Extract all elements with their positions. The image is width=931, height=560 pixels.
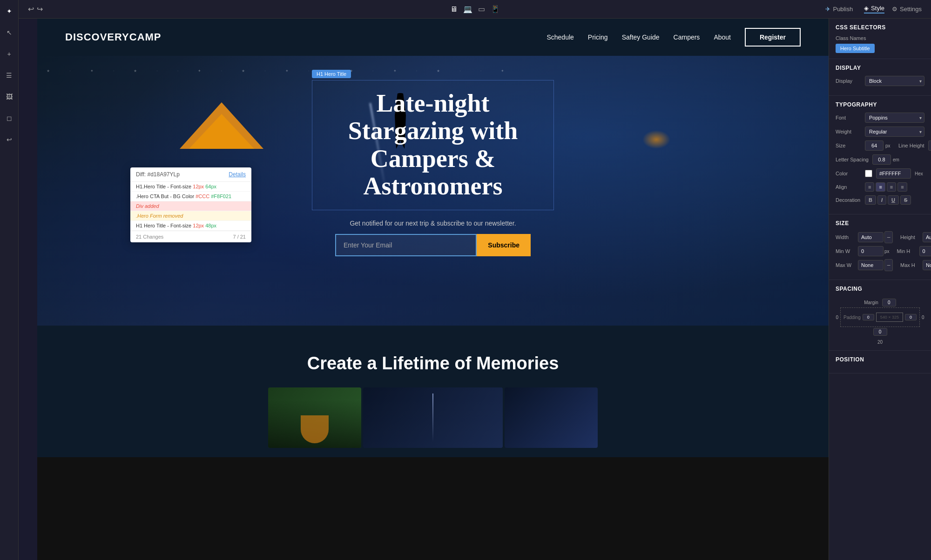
letter-spacing-input[interactable] (872, 154, 891, 165)
diff-new: 64px (205, 184, 216, 189)
letter-spacing-unit: em (893, 157, 899, 162)
diff-changes-count: 21 Changes (136, 234, 163, 240)
undo-redo-group: ↩ ↪ (28, 5, 43, 13)
memories-grid (56, 387, 810, 448)
cursor-tool-icon[interactable]: ↖ (3, 26, 16, 39)
top-bar: ↩ ↪ 🖥 💻 ▭ 📱 ✈ Publish ◈ Style ⚙ Settings (19, 0, 931, 19)
redo-button[interactable]: ↪ (37, 5, 43, 13)
display-select-wrap: Block Flex Grid Inline None (865, 76, 924, 86)
style-label: Style (871, 5, 884, 12)
min-h-input[interactable] (919, 246, 931, 256)
laptop-icon[interactable]: 💻 (463, 5, 472, 13)
size-row: Size px Line Height em (836, 140, 924, 151)
height-label: Height (900, 234, 919, 240)
nav-safety[interactable]: Saftey Guide (622, 33, 660, 41)
diff-old2: #CCC (196, 193, 209, 199)
margin-right-val: 0 (922, 315, 924, 320)
display-row: Display Block Flex Grid Inline None (836, 76, 924, 86)
hero-title: Late-night Stargazing with Campers & Ast… (326, 90, 540, 200)
weight-row: Weight Regular Bold Light Medium (836, 127, 924, 137)
email-input[interactable] (335, 234, 477, 256)
assets-icon[interactable]: 🖼 (3, 90, 16, 103)
typography-title: Typography (836, 101, 924, 108)
align-justify-btn[interactable]: ≡ (897, 182, 907, 192)
diff-old3: 12px (193, 223, 204, 228)
spacing-bottom: 20 (836, 338, 924, 345)
diff-text: H1.Hero Title - Font-size (136, 184, 193, 189)
padding-right-input[interactable] (905, 314, 917, 320)
color-label: Color (836, 171, 861, 176)
publish-icon: ✈ (825, 6, 830, 13)
diff-footer: 21 Changes 7 / 21 (130, 231, 251, 242)
align-label: Align (836, 184, 861, 190)
size-input[interactable] (865, 140, 884, 151)
hex-input[interactable] (876, 168, 911, 179)
max-w-input[interactable] (858, 260, 884, 270)
max-h-input[interactable] (923, 260, 931, 270)
italic-button[interactable]: I (877, 195, 886, 205)
weight-select[interactable]: Regular Bold Light Medium (865, 127, 924, 137)
max-w-input-wrap: – (858, 259, 893, 271)
nav-pricing[interactable]: Pricing (588, 33, 608, 41)
margin-left-val: 0 (836, 315, 838, 320)
components-icon[interactable]: ◻ (3, 112, 16, 125)
padding-input[interactable] (863, 314, 874, 320)
hero-subtitle-tag[interactable]: Hero Subtitle (836, 44, 875, 53)
nav-links: Schedule Pricing Saftey Guide Campers Ab… (546, 28, 801, 47)
height-input-wrap: – (923, 231, 931, 243)
editor-tool-icon[interactable]: ✦ (3, 5, 16, 18)
min-w-row: Min W px Min H px (836, 246, 924, 256)
width-minus[interactable]: – (884, 231, 893, 243)
tablet-icon[interactable]: ▭ (478, 5, 485, 13)
publish-button[interactable]: ✈ Publish (822, 4, 857, 14)
mobile-icon[interactable]: 📱 (491, 5, 500, 13)
publish-label: Publish (833, 6, 853, 13)
height-input[interactable] (923, 232, 931, 242)
diff-text3: H1 Hero Title - Font-size (136, 223, 193, 228)
left-sidebar: ✦ ↖ + ☰ 🖼 ◻ ↩ (0, 0, 19, 560)
line-height-input[interactable] (928, 140, 931, 151)
diff-new3: 48px (205, 223, 216, 228)
bold-button[interactable]: B (865, 195, 876, 205)
register-button[interactable]: Register (745, 28, 801, 47)
nav-about[interactable]: About (714, 33, 731, 41)
min-h-label: Min H (897, 248, 916, 254)
color-swatch[interactable] (865, 170, 872, 177)
font-select-wrap: Poppins Inter Roboto (865, 113, 924, 123)
nav-schedule[interactable]: Schedule (546, 33, 573, 41)
align-center-btn[interactable]: ≡ (876, 182, 885, 192)
strikethrough-button[interactable]: S (900, 195, 911, 205)
add-element-icon[interactable]: + (3, 47, 16, 60)
style-button[interactable]: ◈ Style (864, 5, 884, 13)
hero-subtitle: Get notified for our next trip & subscri… (350, 220, 516, 227)
width-input[interactable] (858, 232, 884, 242)
align-right-btn[interactable]: ≡ (887, 182, 896, 192)
max-w-minus[interactable]: – (884, 259, 893, 271)
align-left-btn[interactable]: ≡ (865, 182, 874, 192)
underline-button[interactable]: U (888, 195, 899, 205)
undo-button[interactable]: ↩ (28, 5, 34, 13)
font-select[interactable]: Poppins Inter Roboto (865, 113, 924, 123)
nav-campers[interactable]: Campers (674, 33, 700, 41)
css-selectors-section: CSS Selectors Class Names Hero Subtitle (829, 19, 931, 59)
color-row: Color Hex (836, 168, 924, 179)
display-section: Display Display Block Flex Grid Inline N… (829, 59, 931, 96)
settings-button[interactable]: ⚙ Settings (892, 6, 922, 13)
site-nav: DiscoveryCamp Schedule Pricing Saftey Gu… (37, 19, 829, 56)
min-w-input[interactable] (858, 246, 884, 256)
size-section: Size Width – Height – Min W px Min H px (829, 214, 931, 280)
layers-icon[interactable]: ☰ (3, 69, 16, 82)
display-select[interactable]: Block Flex Grid Inline None (865, 76, 924, 86)
subscribe-button[interactable]: Subscribe (477, 234, 531, 256)
diff-details-link[interactable]: Details (229, 171, 246, 178)
hero-title-box: Late-night Stargazing with Campers & Ast… (312, 80, 554, 210)
history-icon[interactable]: ↩ (3, 133, 16, 146)
margin-input[interactable] (882, 299, 896, 307)
diff-header: Diff: #d18A97YLp Details (130, 167, 251, 182)
align-row: Align ≡ ≡ ≡ ≡ (836, 182, 924, 192)
desktop-icon[interactable]: 🖥 (450, 5, 458, 13)
spacing-title: Spacing (836, 286, 924, 292)
width-input-wrap: – (858, 231, 893, 243)
padding-bottom-input[interactable] (873, 328, 887, 336)
letter-spacing-input-group: em (872, 154, 899, 165)
